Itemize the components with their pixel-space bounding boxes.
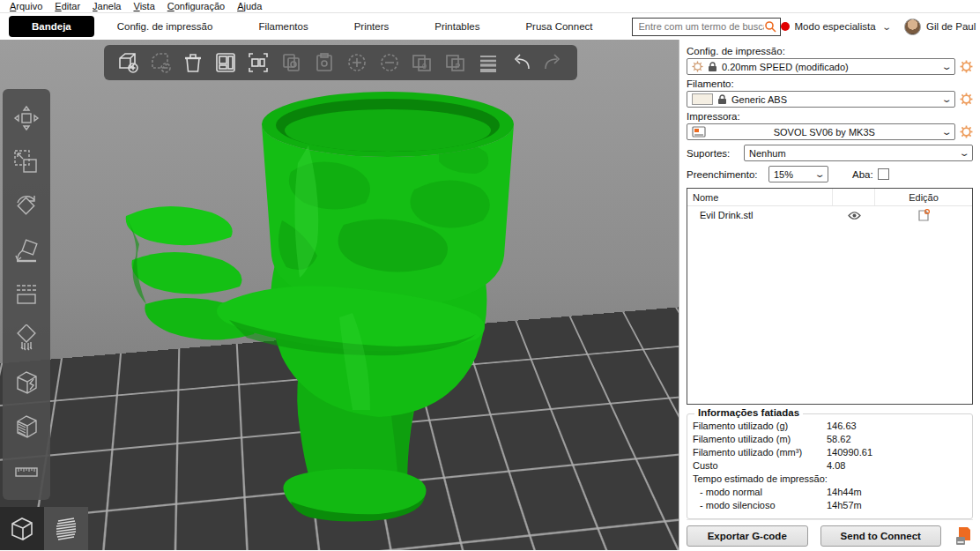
- add-instance-icon: [344, 49, 370, 76]
- svg-text:0: 0: [422, 62, 427, 71]
- infill-combo[interactable]: 15% ⌄: [768, 166, 828, 182]
- scale-icon[interactable]: [11, 147, 41, 177]
- export-gcode-button[interactable]: Exportar G-code: [687, 525, 808, 547]
- si-cost-value: 4.08: [827, 460, 967, 471]
- preview-view-button[interactable]: [44, 507, 88, 550]
- object-row-evil-drink[interactable]: Evil Drink.stl: [687, 206, 972, 224]
- move-icon[interactable]: [11, 103, 41, 133]
- edit-icon[interactable]: [875, 206, 972, 224]
- si-filament-m-label: Filamento utilizado (m): [693, 434, 827, 444]
- delete-all-icon[interactable]: [180, 49, 206, 76]
- tab-prusa-connect[interactable]: Prusa Connect: [502, 16, 615, 37]
- print-settings-combo[interactable]: 0.20mm SPEED (modificado) ⌄: [687, 58, 955, 75]
- view-switch: [0, 507, 88, 550]
- split-to-parts-icon: P: [442, 49, 469, 76]
- menu-ajuda[interactable]: Ajuda: [231, 0, 268, 12]
- avatar[interactable]: [904, 19, 921, 35]
- brim-checkbox[interactable]: [878, 168, 889, 180]
- place-on-face-icon[interactable]: [11, 235, 41, 265]
- menu-arquivo[interactable]: Arquivo: [4, 0, 48, 12]
- chevron-down-icon: ⌄: [940, 62, 952, 71]
- redo-icon: [540, 49, 567, 76]
- tab-filamentos[interactable]: Filamentos: [235, 16, 330, 37]
- cut-icon[interactable]: [11, 279, 41, 309]
- variable-layer-height-icon[interactable]: [475, 49, 501, 76]
- search-box[interactable]: [632, 18, 781, 36]
- viewport-3d[interactable]: 0 P: [0, 40, 679, 550]
- print-settings-gear-button[interactable]: [959, 60, 973, 74]
- si-cost-label: Custo: [693, 460, 827, 471]
- arrange-icon[interactable]: [212, 49, 239, 76]
- object-list-header: Nome Edição: [687, 189, 972, 206]
- printer-value: SOVOL SV06 by MK3S: [710, 127, 939, 138]
- rotate-icon[interactable]: [11, 191, 41, 221]
- multimaterial-painting-icon[interactable]: [11, 412, 41, 442]
- delete-object-icon: [147, 49, 174, 76]
- si-filament-mm3-label: Filamento utilizado (mm³): [693, 447, 827, 458]
- filament-label: Filamento:: [687, 78, 973, 89]
- arrange-selection-icon[interactable]: [245, 49, 271, 76]
- print-settings-label: Config. de impressão:: [687, 46, 973, 56]
- copy-icon: [278, 49, 305, 76]
- right-panel: Config. de impressão: 0.20mm SPEED (modi…: [679, 40, 980, 550]
- sliced-info-box: Informações fatiadas Filamento utilizado…: [687, 413, 973, 519]
- printer-label: Impressora:: [687, 111, 973, 122]
- filament-gear-button[interactable]: [959, 93, 973, 107]
- printer-gear-button[interactable]: [959, 125, 973, 139]
- object-name[interactable]: Evil Drink.stl: [687, 206, 833, 224]
- tab-bar: Bandeja Config. de impressão Filamentos …: [0, 13, 980, 40]
- printer-combo[interactable]: SOVOL SV06 by MK3S ⌄: [687, 123, 955, 140]
- si-filament-m-value: 58.62: [827, 434, 967, 444]
- supports-combo[interactable]: Nenhum ⌄: [744, 145, 973, 161]
- sliced-info-title: Informações fatiadas: [694, 407, 803, 418]
- paste-icon: [311, 49, 338, 76]
- paint-supports-icon[interactable]: [11, 324, 41, 354]
- user-menu[interactable]: Gil de Paul: [926, 21, 976, 32]
- supports-label: Suportes:: [687, 148, 739, 159]
- si-normal-value: 14h44m: [827, 487, 967, 497]
- send-to-connect-button[interactable]: Send to Connect: [820, 525, 942, 547]
- si-stealth-value: 14h57m: [827, 500, 967, 510]
- measure-icon[interactable]: [11, 456, 41, 486]
- export-to-sd-button[interactable]: [954, 525, 973, 547]
- supports-value: Nenhum: [749, 148, 956, 159]
- 3d-editor-view-button[interactable]: [0, 507, 44, 550]
- menu-janela[interactable]: Janela: [86, 0, 127, 12]
- si-filament-mm3-value: 140990.61: [827, 447, 967, 458]
- menu-configuracao[interactable]: Configuração: [161, 0, 231, 12]
- lock-icon: [708, 62, 717, 72]
- undo-icon[interactable]: [508, 49, 534, 76]
- tab-bandeja[interactable]: Bandeja: [9, 16, 94, 37]
- eye-icon[interactable]: [833, 206, 875, 224]
- add-object-icon[interactable]: [115, 49, 141, 76]
- chevron-down-icon: ⌄: [940, 94, 952, 104]
- model-evil-drink[interactable]: [0, 40, 679, 550]
- chevron-down-icon: ⌄: [940, 127, 952, 137]
- mode-selector[interactable]: Modo especialista: [795, 21, 876, 32]
- filament-combo[interactable]: Generic ABS ⌄: [687, 91, 955, 108]
- tab-printers[interactable]: Printers: [331, 16, 412, 37]
- column-edicao: Edição: [875, 189, 972, 205]
- top-toolbar: 0 P: [104, 45, 577, 80]
- search-icon[interactable]: [764, 20, 776, 33]
- si-filament-g-label: Filamento utilizado (g): [693, 421, 827, 431]
- seam-painting-icon[interactable]: [11, 368, 41, 398]
- panel-buttons: Exportar G-code Send to Connect: [687, 519, 973, 547]
- left-toolbar: [3, 89, 50, 500]
- tab-config-impressao[interactable]: Config. de impressão: [94, 16, 236, 37]
- column-nome: Nome: [687, 189, 833, 205]
- chevron-down-icon[interactable]: ⌄: [881, 22, 892, 32]
- infill-label: Preenchimento:: [687, 169, 764, 180]
- menu-editar[interactable]: Editar: [48, 0, 86, 12]
- infill-value: 15%: [774, 169, 812, 180]
- menu-vista[interactable]: Vista: [127, 0, 160, 12]
- tab-printables[interactable]: Printables: [412, 16, 502, 37]
- si-time-title: Tempo estimado de impressão:: [693, 473, 828, 484]
- object-list: Nome Edição Evil Drink.stl: [687, 188, 973, 405]
- printer-icon: [692, 126, 706, 138]
- chevron-down-icon: ⌄: [958, 148, 969, 158]
- svg-text:P: P: [455, 62, 460, 71]
- search-input[interactable]: [639, 21, 764, 32]
- chevron-down-icon: ⌄: [813, 169, 825, 179]
- remove-instance-icon: [376, 49, 403, 76]
